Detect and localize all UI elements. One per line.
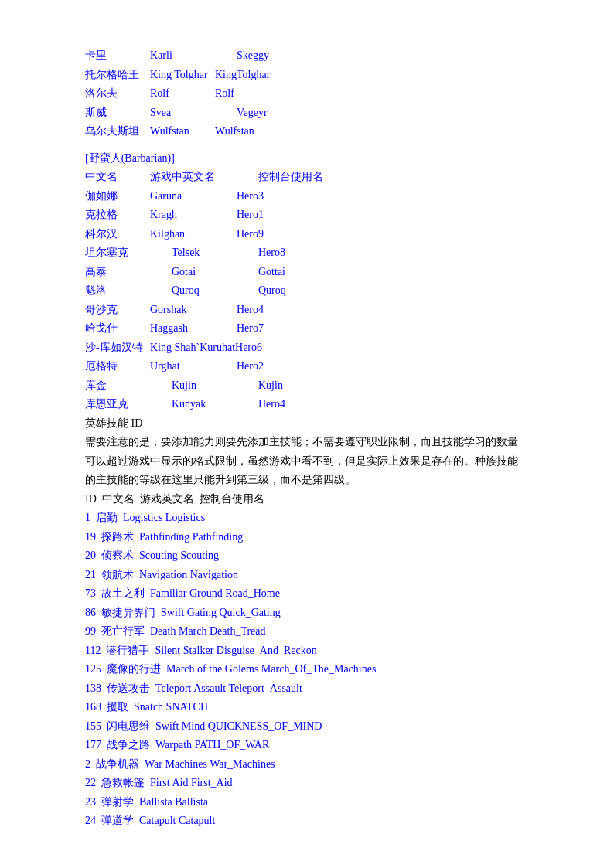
line-item: 22 急救帐篷 First Aid First_Aid	[85, 774, 583, 793]
line-item: 厄格特 Urghat Hero2	[85, 357, 583, 376]
line-item: [野蛮人(Barbarian)]	[85, 149, 583, 168]
main-content: 卡里 Karli Skeggy托尔格哈王 King Tolghar KingTo…	[85, 46, 583, 831]
line-item: 73 故土之利 Familiar Ground Road_Home	[85, 584, 583, 604]
line-item: 125 魔像的行进 March of the Golems March_Of_T…	[85, 660, 583, 679]
line-item: 112 潜行猎手 Silent Stalker Disguise_And_Rec…	[85, 642, 583, 661]
line-item: 86 敏捷异界门 Swift Gating Quick_Gating	[85, 604, 583, 623]
line-item: 1 启勤 Logistics Logistics	[85, 509, 583, 528]
line-item: 20 侦察术 Scouting Scouting	[85, 546, 583, 566]
line-item: 库金 Kujin Kujin	[85, 376, 583, 396]
line-item: 138 传送攻击 Teleport Assault Teleport_Assau…	[85, 679, 583, 699]
line-item: 高泰 Gotai Gottai	[85, 263, 583, 282]
line-item: 科尔汉 Kilghan Hero9	[85, 225, 583, 244]
line-item: 99 死亡行军 Death March Death_Tread	[85, 622, 583, 642]
line-item: ID 中文名 游戏英文名 控制台使用名	[85, 490, 583, 509]
line-item: 伽如娜 Garuna Hero3	[85, 187, 583, 206]
line-item: 库恩亚克 Kunyak Hero4	[85, 395, 583, 414]
line-item: 需要注意的是，要添加能力则要先添加主技能；不需要遵守职业限制，而且技能学习的数量…	[85, 433, 583, 490]
blank-line	[85, 141, 583, 149]
line-item: 中文名 游戏中英文名 控制台使用名	[85, 168, 583, 187]
line-item: 19 探路术 Pathfinding Pathfinding	[85, 528, 583, 547]
line-item: 24 弹道学 Catapult Catapult	[85, 812, 583, 831]
line-item: 155 闪电思维 Swift Mind QUICKNESS_OF_MIND	[85, 717, 583, 737]
line-item: 坦尔塞克 Telsek Hero8	[85, 243, 583, 263]
line-item: 卡里 Karli Skeggy	[85, 46, 583, 66]
line-item: 哈戈什 Haggash Hero7	[85, 319, 583, 339]
line-item: 哥沙克 Gorshak Hero4	[85, 301, 583, 320]
line-item: 洛尔夫 Rolf Rolf	[85, 84, 583, 104]
line-item: 乌尔夫斯坦 Wulfstan Wulfstan	[85, 122, 583, 141]
line-item: 23 弹射学 Ballista Ballista	[85, 793, 583, 812]
line-item: 168 攫取 Snatch SNATCH	[85, 698, 583, 717]
line-item: 斯威 Svea Vegeyr	[85, 104, 583, 123]
line-item: 克拉格 Kragh Hero1	[85, 206, 583, 225]
line-item: 魁洛 Quroq Quroq	[85, 281, 583, 301]
line-item: 2 战争机器 War Machines War_Machines	[85, 755, 583, 774]
line-item: 沙-库如汉特 King Shah`KuruhatHero6	[85, 339, 583, 358]
line-item: 177 战争之路 Warpath PATH_OF_WAR	[85, 736, 583, 755]
line-item: 21 领航术 Navigation Navigation	[85, 566, 583, 585]
line-item: 英雄技能 ID	[85, 414, 583, 434]
line-item: 托尔格哈王 King Tolghar KingTolghar	[85, 66, 583, 85]
